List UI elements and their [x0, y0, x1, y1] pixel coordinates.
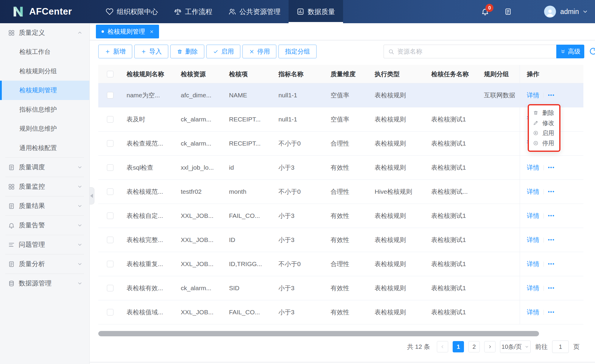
- sidebar-group-4[interactable]: 质量告警: [0, 216, 89, 235]
- toolbar-button-5[interactable]: 指定分组: [278, 45, 317, 58]
- chevron-left-icon: [90, 194, 93, 198]
- toolbar-button-2[interactable]: 删除: [170, 45, 204, 58]
- menu-item-2[interactable]: 启用: [529, 128, 559, 138]
- row-checkbox[interactable]: [107, 188, 113, 195]
- nav-item-3[interactable]: 数据质量: [289, 0, 343, 23]
- sidebar-group-5[interactable]: 问题管理: [0, 235, 89, 254]
- more-actions-button[interactable]: •••: [548, 213, 555, 218]
- detail-link[interactable]: 详情: [527, 163, 539, 172]
- sidebar-item-0-5[interactable]: 通用检核配置: [0, 138, 89, 158]
- nav-item-2[interactable]: 公共资源管理: [220, 0, 289, 23]
- prev-page-button[interactable]: [437, 341, 448, 352]
- chevron-down-icon[interactable]: [582, 8, 588, 15]
- more-actions-button[interactable]: •••: [548, 165, 555, 170]
- nav-item-1[interactable]: 工作流程: [166, 0, 220, 23]
- more-actions-button[interactable]: •••: [548, 285, 555, 291]
- sidebar-group-3[interactable]: 质量结果: [0, 196, 89, 215]
- detail-link[interactable]: 详情: [527, 212, 539, 220]
- detail-link[interactable]: 详情: [527, 284, 539, 292]
- search-box: [384, 45, 556, 58]
- check-icon: [213, 49, 219, 54]
- table-cell: ck_alarm...: [176, 116, 225, 123]
- table-row: name为空...afc_dime...NAMEnull1-1空值率表检核规则互…: [98, 83, 583, 107]
- more-actions-button[interactable]: •••: [548, 93, 555, 98]
- toolbar-button-1[interactable]: 导入: [134, 45, 168, 58]
- tab-0[interactable]: 检核规则管理: [96, 25, 159, 38]
- sidebar-group-2[interactable]: 质量监控: [0, 177, 89, 196]
- toolbar-button-4[interactable]: 停用: [242, 45, 276, 58]
- sidebar-group-label: 数据源管理: [19, 279, 52, 288]
- column-header: 检核资源: [176, 70, 225, 78]
- search-input[interactable]: [397, 48, 556, 55]
- sidebar-group-0[interactable]: 质量定义: [0, 23, 89, 42]
- more-actions-button[interactable]: •••: [548, 261, 555, 267]
- toolbar-button-label: 新增: [113, 47, 126, 56]
- sidebar-item-0-1[interactable]: 检核规则分组: [0, 62, 89, 81]
- row-checkbox[interactable]: [107, 309, 113, 315]
- toolbar-button-3[interactable]: 启用: [206, 45, 240, 58]
- refresh-icon[interactable]: [588, 46, 595, 56]
- menu-item-1[interactable]: 修改: [529, 118, 559, 128]
- detail-link[interactable]: 详情: [527, 91, 539, 99]
- avatar[interactable]: [544, 6, 556, 18]
- page-button-2[interactable]: 2: [468, 341, 480, 352]
- table-cell: 表检核规则: [370, 139, 427, 148]
- sidebar-item-0-3[interactable]: 指标信息维护: [0, 100, 89, 119]
- plus-icon: [105, 49, 110, 54]
- menu-item-0[interactable]: 删除: [529, 108, 559, 118]
- notes-button[interactable]: [504, 8, 512, 15]
- page-button-1[interactable]: 1: [453, 341, 464, 352]
- username[interactable]: admin: [560, 8, 579, 16]
- table-cell: XXL_JOB...: [176, 309, 225, 316]
- goto-page-input[interactable]: [552, 340, 569, 353]
- table-cell: 表检核测试1: [427, 212, 479, 220]
- row-checkbox[interactable]: [107, 261, 113, 267]
- x-icon: [249, 49, 255, 54]
- detail-link[interactable]: 详情: [527, 188, 539, 196]
- row-checkbox[interactable]: [107, 237, 113, 243]
- sidebar-group-6[interactable]: 质量分析: [0, 254, 89, 274]
- ops-divider: [543, 213, 544, 218]
- table-cell: 有效性: [326, 212, 370, 220]
- table-cell: XXL_JOB...: [176, 236, 225, 243]
- sidebar-item-0-2[interactable]: 检核规则管理: [0, 81, 89, 100]
- row-checkbox[interactable]: [107, 164, 113, 171]
- sidebar-collapse-handle[interactable]: [90, 187, 94, 204]
- detail-link[interactable]: 详情: [527, 236, 539, 244]
- scrollbar-thumb[interactable]: [98, 331, 539, 336]
- close-icon[interactable]: [149, 29, 154, 34]
- more-actions-button[interactable]: •••: [548, 189, 555, 194]
- table-cell: testfr02: [176, 188, 225, 195]
- chevron-down-icon: [524, 344, 529, 349]
- menu-item-label: 删除: [542, 109, 554, 117]
- more-actions-button[interactable]: •••: [548, 237, 555, 243]
- table-cell: 表检核值域...: [122, 308, 176, 316]
- sidebar-item-0-0[interactable]: 检核工作台: [0, 42, 89, 62]
- row-checkbox[interactable]: [107, 140, 113, 147]
- table-cell: 空值率: [326, 115, 370, 124]
- select-all-checkbox[interactable]: [107, 71, 113, 77]
- sidebar-group-7[interactable]: 数据源管理: [0, 274, 89, 293]
- row-checkbox[interactable]: [107, 116, 113, 123]
- sidebar-group-1[interactable]: 质量调度: [0, 158, 89, 177]
- next-page-button[interactable]: [484, 341, 496, 352]
- table-cell: name为空...: [122, 91, 176, 99]
- menu-item-3[interactable]: 停用: [529, 138, 559, 148]
- detail-link[interactable]: 详情: [527, 260, 539, 268]
- table-cell: SID: [225, 285, 274, 292]
- advanced-search-button[interactable]: 高级: [556, 45, 584, 58]
- row-checkbox[interactable]: [107, 92, 113, 99]
- toolbar-button-0[interactable]: 新增: [98, 45, 132, 58]
- nav-item-0[interactable]: 组织权限中心: [98, 0, 166, 23]
- table-cell: afc_dime...: [176, 92, 225, 99]
- table-cell: id: [225, 164, 274, 171]
- table-cell: 互联网数据: [479, 91, 520, 99]
- detail-link[interactable]: 详情: [527, 308, 539, 316]
- more-actions-button[interactable]: •••: [548, 310, 555, 315]
- top-navbar: AFCenter 组织权限中心工作流程公共资源管理数据质量 0 admin: [0, 0, 595, 23]
- row-checkbox[interactable]: [107, 285, 113, 291]
- sidebar-item-0-4[interactable]: 规则信息维护: [0, 119, 89, 138]
- row-checkbox[interactable]: [107, 213, 113, 219]
- page-size-select[interactable]: 10条/页: [500, 340, 531, 353]
- notifications-button[interactable]: 0: [481, 7, 489, 16]
